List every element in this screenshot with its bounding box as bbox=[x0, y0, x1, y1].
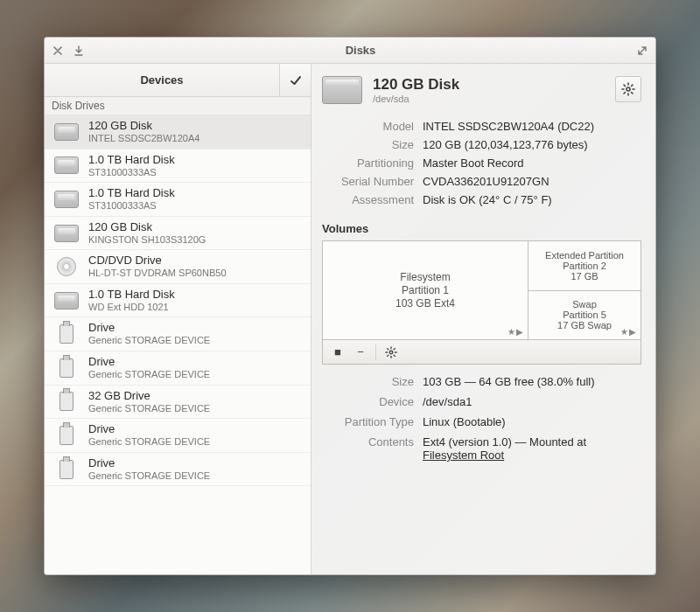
device-subtitle: HL-DT-ST DVDRAM SP60NB50 bbox=[88, 268, 227, 279]
volumes-title: Volumes bbox=[322, 222, 641, 235]
device-title: 120 GB Disk bbox=[88, 120, 200, 133]
remove-button[interactable]: − bbox=[351, 344, 370, 361]
device-item[interactable]: 1.0 TB Hard DiskST31000333AS bbox=[45, 183, 311, 217]
prop-key: Partitioning bbox=[322, 156, 414, 170]
device-subtitle: Generic STORAGE DEVICE bbox=[88, 436, 210, 448]
volumes-grid: Filesystem Partition 1 103 GB Ext4 ★▶ Ex… bbox=[323, 241, 640, 339]
volumes-box: Filesystem Partition 1 103 GB Ext4 ★▶ Ex… bbox=[322, 240, 641, 365]
sidebar-header: Devices bbox=[45, 64, 311, 97]
volumes-toolbar: ■ − bbox=[323, 339, 640, 364]
usb-icon bbox=[53, 425, 80, 446]
device-subtitle: Generic STORAGE DEVICE bbox=[88, 335, 210, 346]
prop-key: Model bbox=[322, 120, 414, 133]
vol-line: 17 GB Swap bbox=[557, 320, 612, 330]
prop-key: Serial Number bbox=[322, 175, 414, 188]
device-item[interactable]: 120 GB DiskINTEL SSDSC2BW120A4 bbox=[45, 115, 311, 150]
vol-line: Swap bbox=[572, 299, 597, 309]
disk-icon bbox=[322, 76, 362, 108]
device-text: 120 GB DiskINTEL SSDSC2BW120A4 bbox=[88, 120, 200, 144]
device-text: 32 GB DriveGeneric STORAGE DEVICE bbox=[88, 390, 210, 414]
prop-key: Device bbox=[322, 395, 414, 408]
device-title: Drive bbox=[88, 322, 210, 335]
disk-name: 120 GB Disk bbox=[373, 76, 459, 94]
disk-path: /dev/sda bbox=[373, 94, 459, 104]
disks-window: Disks Devices Disk Drives 120 GB DiskINT… bbox=[44, 37, 656, 575]
prop-value: CVDA336201U91207GN bbox=[423, 175, 641, 188]
device-title: 32 GB Drive bbox=[88, 390, 210, 403]
check-icon bbox=[290, 74, 302, 87]
device-title: 1.0 TB Hard Disk bbox=[88, 289, 175, 302]
gear-icon bbox=[621, 82, 635, 96]
device-item[interactable]: 32 GB DriveGeneric STORAGE DEVICE bbox=[45, 386, 311, 420]
device-subtitle: Generic STORAGE DEVICE bbox=[88, 403, 210, 414]
stop-button[interactable]: ■ bbox=[328, 344, 347, 361]
usb-icon bbox=[53, 323, 80, 344]
vol-line: 17 GB bbox=[570, 271, 598, 282]
vol-line: Filesystem bbox=[400, 271, 450, 283]
prop-value: Master Boot Record bbox=[423, 156, 641, 170]
hdd-icon bbox=[53, 223, 80, 244]
prop-key: Assessment bbox=[322, 193, 414, 206]
volume-swap[interactable]: Swap Partition 5 17 GB Swap ★▶ bbox=[528, 291, 640, 340]
prop-value: Disk is OK (24° C / 75° F) bbox=[423, 193, 641, 206]
titlebar: Disks bbox=[45, 38, 655, 64]
device-subtitle: ST31000333AS bbox=[88, 200, 175, 212]
vol-line: Partition 1 bbox=[402, 284, 449, 296]
usb-icon bbox=[53, 459, 80, 480]
toolbar-divider bbox=[375, 344, 376, 360]
prop-key: Contents bbox=[322, 435, 414, 462]
device-subtitle: KINGSTON SH103S3120G bbox=[88, 234, 206, 246]
disk-properties: Model INTEL SSDSC2BW120A4 (DC22) Size 12… bbox=[322, 120, 641, 206]
prop-value: Ext4 (version 1.0) — Mounted at Filesyst… bbox=[423, 435, 641, 462]
maximize-icon[interactable] bbox=[636, 45, 648, 57]
detail-panel: 120 GB Disk /dev/sda Model INTEL SSDSC2B… bbox=[312, 64, 655, 574]
hdd-icon bbox=[53, 290, 80, 311]
volume-extended[interactable]: Extended Partition Partition 2 17 GB bbox=[528, 241, 640, 291]
device-title: 1.0 TB Hard Disk bbox=[88, 187, 175, 200]
device-title: CD/DVD Drive bbox=[88, 254, 227, 268]
device-item[interactable]: 1.0 TB Hard DiskWD Ext HDD 1021 bbox=[45, 284, 311, 318]
device-item[interactable]: 1.0 TB Hard DiskST31000333AS bbox=[45, 150, 311, 184]
volume-settings-button[interactable] bbox=[382, 344, 401, 361]
close-icon[interactable] bbox=[52, 45, 64, 57]
device-text: 1.0 TB Hard DiskST31000333AS bbox=[88, 154, 175, 178]
prop-key: Partition Type bbox=[322, 415, 414, 428]
prop-value: 103 GB — 64 GB free (38.0% full) bbox=[423, 375, 641, 388]
device-title: 1.0 TB Hard Disk bbox=[88, 154, 175, 167]
disk-settings-button[interactable] bbox=[615, 76, 641, 102]
mount-point-link[interactable]: Filesystem Root bbox=[423, 449, 504, 462]
device-item[interactable]: DriveGeneric STORAGE DEVICE bbox=[45, 317, 311, 351]
prop-key: Size bbox=[322, 375, 414, 388]
volumes-side: Extended Partition Partition 2 17 GB Swa… bbox=[528, 241, 640, 339]
device-text: CD/DVD DriveHL-DT-ST DVDRAM SP60NB50 bbox=[88, 254, 227, 279]
mount-indicator-icon: ★▶ bbox=[508, 327, 524, 337]
svg-point-1 bbox=[389, 351, 393, 354]
volume-filesystem[interactable]: Filesystem Partition 1 103 GB Ext4 ★▶ bbox=[323, 241, 528, 339]
hdd-icon bbox=[53, 189, 80, 210]
device-subtitle: Generic STORAGE DEVICE bbox=[88, 369, 210, 380]
vol-line: Partition 2 bbox=[563, 261, 606, 271]
hdd-icon bbox=[53, 122, 80, 143]
device-title: 120 GB Disk bbox=[88, 221, 206, 234]
device-item[interactable]: CD/DVD DriveHL-DT-ST DVDRAM SP60NB50 bbox=[45, 250, 311, 284]
device-text: 120 GB DiskKINGSTON SH103S3120G bbox=[88, 221, 206, 246]
minimize-icon[interactable] bbox=[73, 45, 85, 57]
device-title: Drive bbox=[88, 423, 210, 436]
gear-icon bbox=[385, 346, 397, 358]
device-item[interactable]: DriveGeneric STORAGE DEVICE bbox=[45, 453, 311, 487]
device-subtitle: INTEL SSDSC2BW120A4 bbox=[88, 133, 200, 144]
prop-key: Size bbox=[322, 138, 414, 151]
volume-properties: Size 103 GB — 64 GB free (38.0% full) De… bbox=[322, 375, 641, 462]
device-title: Drive bbox=[88, 457, 210, 470]
device-item[interactable]: 120 GB DiskKINGSTON SH103S3120G bbox=[45, 217, 311, 251]
device-item[interactable]: DriveGeneric STORAGE DEVICE bbox=[45, 419, 311, 453]
hdd-icon bbox=[53, 155, 80, 176]
device-list: 120 GB DiskINTEL SSDSC2BW120A41.0 TB Har… bbox=[45, 115, 311, 574]
mount-indicator-icon: ★▶ bbox=[620, 327, 637, 337]
prop-value: INTEL SSDSC2BW120A4 (DC22) bbox=[423, 120, 641, 133]
device-text: DriveGeneric STORAGE DEVICE bbox=[88, 322, 210, 346]
done-button[interactable] bbox=[279, 64, 311, 96]
vol-line: Partition 5 bbox=[563, 309, 606, 320]
stop-icon: ■ bbox=[334, 345, 341, 358]
device-item[interactable]: DriveGeneric STORAGE DEVICE bbox=[45, 351, 311, 386]
